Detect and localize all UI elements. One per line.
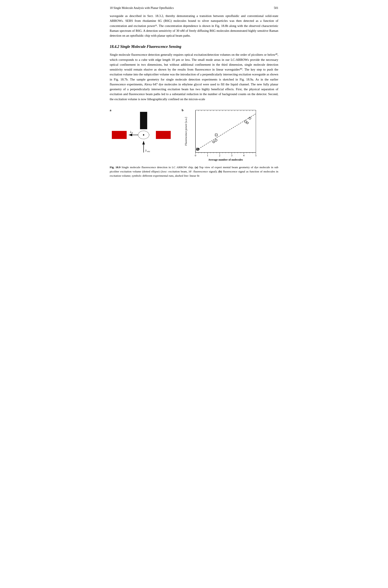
svg-rect-73	[215, 134, 217, 136]
svg-text:4: 4	[243, 154, 245, 157]
svg-point-7	[143, 134, 144, 136]
svg-text:2: 2	[219, 154, 220, 157]
svg-text:F: F	[132, 132, 133, 134]
svg-text:0: 0	[195, 154, 196, 157]
svg-rect-2	[140, 112, 147, 129]
svg-text:λ: λ	[130, 130, 131, 134]
caption-text6: : linear fit	[188, 174, 199, 177]
figure-a-diagram: λ F λ exc	[110, 108, 177, 162]
svg-text:exc: exc	[147, 150, 150, 152]
caption-b-label: (b)	[218, 170, 222, 173]
svg-marker-71	[212, 141, 215, 143]
caption-text1: Single molecule fluorescence detection i…	[121, 166, 195, 169]
svg-text:λ: λ	[145, 149, 146, 152]
svg-text:Average number of molecules: Average number of molecules	[208, 158, 243, 161]
caption-text5: : different experimental runs,	[141, 174, 175, 177]
figure-container: a λ F λ exc	[110, 108, 278, 163]
figure-b: b 0 1 2 3 4 5	[180, 108, 278, 163]
header-right: 501	[274, 6, 278, 10]
caption-a-label: (a)	[195, 166, 198, 169]
svg-text:3: 3	[231, 154, 233, 157]
svg-text:Fluorescence power [a.u.]: Fluorescence power [a.u.]	[184, 117, 187, 146]
svg-text:1: 1	[207, 154, 208, 157]
figure-a: a λ F λ exc	[110, 108, 180, 163]
caption-prefix: Fig. 18.9	[110, 166, 121, 169]
svg-rect-1	[156, 131, 171, 139]
caption-text3: : excitation beam, λF: fluorescence sign…	[167, 170, 218, 173]
main-paragraph: Single molecule fluorescence detection g…	[110, 52, 278, 102]
svg-rect-0	[112, 131, 127, 139]
svg-text:5: 5	[255, 154, 257, 157]
figure-b-label: b	[182, 108, 183, 112]
caption-lambda-exc: λexc	[162, 170, 167, 173]
caption-italic2: dashed line	[175, 174, 188, 177]
svg-marker-72	[246, 122, 249, 124]
caption-italic1: symbols	[132, 174, 141, 177]
figure-b-chart: 0 1 2 3 4 5	[184, 108, 262, 162]
svg-line-65	[197, 114, 255, 150]
figure-caption: Fig. 18.9 Single molecule fluorescence d…	[110, 165, 278, 178]
intro-paragraph: waveguide as described in Sect. 18.3.2, …	[110, 14, 278, 38]
header-left: 18 Single Molecule Analysis with Planar …	[110, 6, 174, 10]
section-heading: 18.4.2 Single Molecule Fluorescence Sens…	[110, 45, 278, 49]
svg-point-67	[215, 139, 217, 141]
